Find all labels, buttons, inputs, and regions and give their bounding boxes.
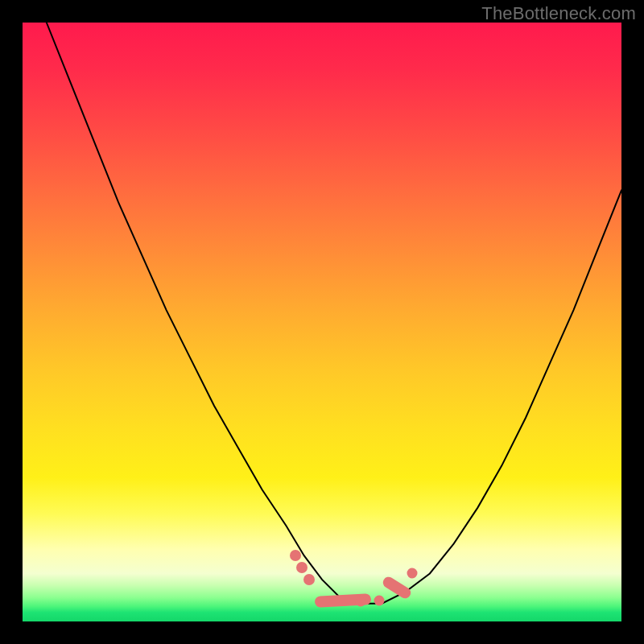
marker-dot [296, 562, 308, 573]
chart-frame: TheBottleneck.com [0, 0, 644, 644]
watermark-text: TheBottleneck.com [481, 3, 636, 24]
marker-dot [374, 595, 384, 605]
marker-dot [290, 550, 301, 561]
marker-dot [407, 568, 417, 579]
plot-area [23, 23, 621, 621]
bottleneck-curve [23, 23, 621, 621]
marker-dot [356, 597, 366, 607]
marker-dot [303, 574, 315, 585]
curve-path [47, 23, 621, 604]
